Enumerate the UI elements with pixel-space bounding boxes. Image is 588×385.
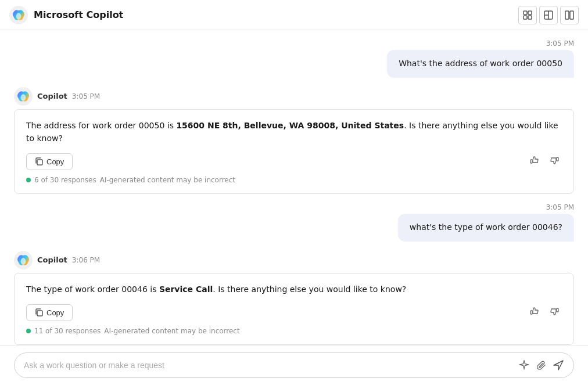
svg-rect-12 bbox=[530, 160, 532, 163]
attach-icon bbox=[536, 360, 547, 370]
thumbs-up-icon-2 bbox=[529, 306, 540, 316]
copy-button-1[interactable]: Copy bbox=[26, 153, 73, 170]
copilot-meta-2: Copilot 3:06 PM bbox=[14, 251, 574, 269]
response-card-2: The type of work order 00046 is Service … bbox=[14, 273, 574, 345]
header-actions bbox=[518, 6, 579, 24]
copy-button-2[interactable]: Copy bbox=[26, 304, 73, 321]
svg-rect-3 bbox=[524, 16, 527, 19]
layout-button[interactable] bbox=[539, 6, 558, 24]
feedback-1 bbox=[527, 153, 562, 170]
svg-rect-1 bbox=[524, 11, 527, 15]
app-title: Microsoft Copilot bbox=[34, 9, 123, 20]
svg-rect-4 bbox=[528, 16, 532, 19]
ai-disclaimer-2: AI-generated content may be incorrect bbox=[104, 327, 239, 335]
svg-rect-11 bbox=[37, 160, 42, 165]
copilot-sender-1: Copilot bbox=[37, 92, 67, 100]
response-text-after-2: . Is there anything else you would like … bbox=[213, 285, 406, 294]
copilot-avatar-icon-2 bbox=[14, 251, 33, 269]
attach-button[interactable] bbox=[535, 359, 548, 372]
svg-rect-16 bbox=[530, 311, 532, 314]
sparkle-button[interactable] bbox=[518, 359, 530, 372]
thumbs-up-button-1[interactable] bbox=[527, 153, 542, 170]
app-header: Microsoft Copilot bbox=[0, 0, 588, 30]
user-message-2: 3:05 PM what's the type of work order 00… bbox=[14, 203, 574, 242]
ai-disclaimer-1: AI-generated content may be incorrect bbox=[100, 176, 235, 184]
svg-rect-17 bbox=[557, 308, 558, 312]
thumbs-down-button-2[interactable] bbox=[547, 304, 562, 321]
split-icon bbox=[565, 10, 574, 20]
timestamp-2: 3:05 PM bbox=[546, 203, 574, 211]
response-footer-1: 6 of 30 responses AI-generated content m… bbox=[26, 176, 562, 184]
green-dot-2 bbox=[26, 329, 31, 333]
thumbs-up-icon-1 bbox=[529, 155, 540, 165]
response-text-before-2: The type of work order 00046 is bbox=[26, 285, 159, 294]
svg-rect-15 bbox=[37, 311, 42, 316]
layout-icon bbox=[544, 10, 553, 20]
responses-count-2: 11 of 30 responses bbox=[34, 327, 101, 335]
response-text-bold-2: Service Call bbox=[159, 285, 213, 294]
chat-area: 3:05 PM What's the address of work order… bbox=[0, 30, 588, 345]
responses-count-1: 6 of 30 responses bbox=[34, 176, 96, 184]
send-button[interactable] bbox=[553, 359, 564, 371]
split-button[interactable] bbox=[560, 6, 579, 24]
svg-rect-13 bbox=[557, 157, 558, 161]
response-text-1: The address for work order 00050 is 1560… bbox=[26, 119, 562, 145]
response-actions-1: Copy bbox=[26, 153, 562, 170]
chat-input[interactable] bbox=[24, 361, 513, 370]
thumbs-down-button-1[interactable] bbox=[547, 153, 562, 170]
response-card-1: The address for work order 00050 is 1560… bbox=[14, 109, 574, 195]
copilot-meta-1: Copilot 3:05 PM bbox=[14, 87, 574, 106]
response-text-2: The type of work order 00046 is Service … bbox=[26, 283, 562, 296]
send-icon bbox=[553, 359, 564, 371]
svg-rect-9 bbox=[570, 11, 573, 19]
timestamp-1: 3:05 PM bbox=[546, 39, 574, 48]
svg-rect-2 bbox=[528, 11, 532, 15]
header-left: Microsoft Copilot bbox=[9, 6, 123, 24]
grid-view-button[interactable] bbox=[518, 6, 537, 24]
copilot-response-1: Copilot 3:05 PM The address for work ord… bbox=[14, 87, 574, 195]
green-dot-1 bbox=[26, 178, 31, 182]
response-text-before-1: The address for work order 00050 is bbox=[26, 121, 176, 130]
copilot-sender-2: Copilot bbox=[37, 256, 67, 264]
thumbs-up-button-2[interactable] bbox=[527, 304, 542, 321]
thumbs-down-icon-1 bbox=[549, 155, 560, 165]
thumbs-down-icon-2 bbox=[549, 306, 560, 316]
user-bubble-2: what's the type of work order 00046? bbox=[398, 214, 574, 242]
response-text-bold-1: 15600 NE 8th, Bellevue, WA 98008, United… bbox=[176, 121, 404, 130]
response-footer-2: 11 of 30 responses AI-generated content … bbox=[26, 327, 562, 335]
svg-rect-8 bbox=[565, 11, 569, 19]
copy-icon-1 bbox=[35, 157, 43, 165]
feedback-2 bbox=[527, 304, 562, 321]
copilot-time-1: 3:05 PM bbox=[72, 92, 100, 100]
input-wrapper bbox=[14, 352, 574, 378]
copilot-time-2: 3:06 PM bbox=[72, 256, 100, 264]
sparkle-icon bbox=[519, 360, 529, 370]
copy-icon-2 bbox=[35, 308, 43, 316]
copilot-logo-icon bbox=[9, 6, 28, 24]
copilot-avatar-icon-1 bbox=[14, 87, 33, 106]
copilot-response-2: Copilot 3:06 PM The type of work order 0… bbox=[14, 251, 574, 345]
user-message-1: 3:05 PM What's the address of work order… bbox=[14, 39, 574, 78]
user-bubble-1: What's the address of work order 00050 bbox=[387, 50, 574, 78]
input-area bbox=[0, 345, 588, 385]
response-actions-2: Copy bbox=[26, 304, 562, 321]
grid-icon bbox=[523, 10, 532, 20]
